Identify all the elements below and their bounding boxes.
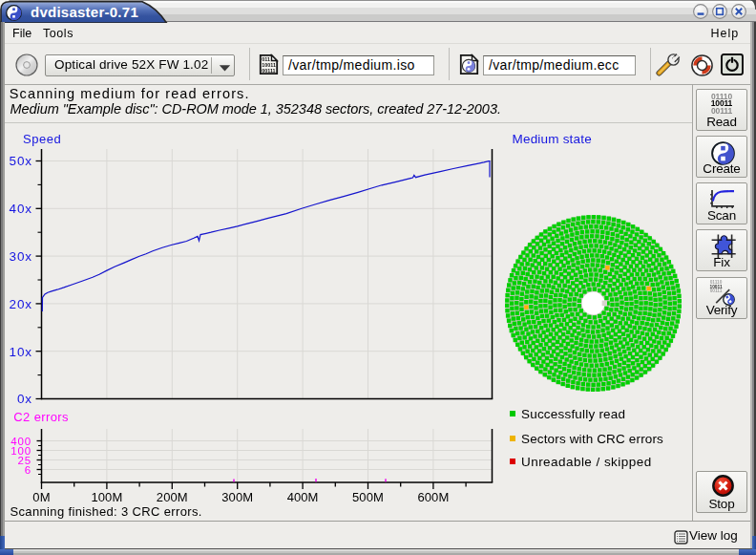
svg-text:200M: 200M [157, 490, 188, 504]
svg-text:300M: 300M [221, 490, 253, 504]
svg-text:40x: 40x [10, 202, 32, 216]
svg-text:30x: 30x [10, 249, 32, 264]
svg-text:Medium state: Medium state [513, 132, 592, 146]
svg-text:20x: 20x [10, 297, 32, 311]
svg-text:600M: 600M [417, 490, 449, 504]
svg-text:6: 6 [25, 464, 32, 476]
svg-text:50x: 50x [10, 154, 32, 168]
svg-text:0M: 0M [32, 490, 50, 504]
svg-text:100M: 100M [91, 490, 122, 504]
svg-text:500M: 500M [352, 490, 384, 504]
svg-text:10x: 10x [10, 345, 32, 359]
svg-text:Speed: Speed [23, 132, 61, 146]
svg-text:0x: 0x [17, 392, 32, 406]
svg-text:400M: 400M [287, 490, 319, 504]
svg-text:C2 errors: C2 errors [13, 410, 69, 424]
